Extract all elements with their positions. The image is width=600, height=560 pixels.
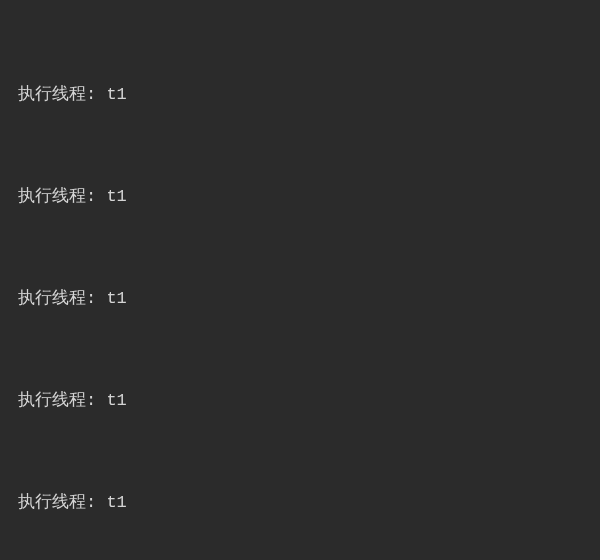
console-line: 执行线程: t1 [18, 486, 582, 520]
console-output: 执行线程: t1 执行线程: t1 执行线程: t1 执行线程: t1 执行线程… [18, 10, 582, 560]
console-line: 执行线程: t1 [18, 180, 582, 214]
console-line: 执行线程: t1 [18, 78, 582, 112]
console-line: 执行线程: t1 [18, 384, 582, 418]
console-line: 执行线程: t1 [18, 282, 582, 316]
